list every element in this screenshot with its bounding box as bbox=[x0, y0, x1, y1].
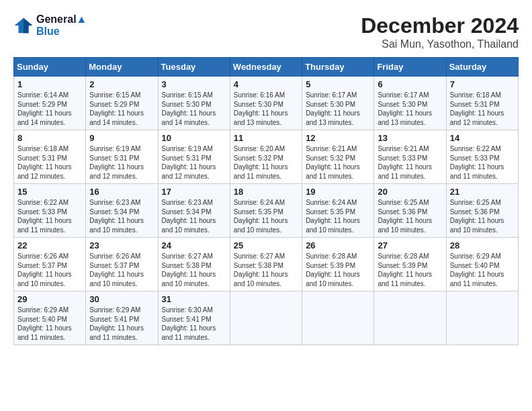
day-number: 12 bbox=[306, 133, 370, 143]
day-info: Sunrise: 6:24 AM Sunset: 5:35 PM Dayligh… bbox=[234, 198, 298, 234]
day-number: 20 bbox=[378, 187, 442, 197]
calendar-cell: 27 Sunrise: 6:28 AM Sunset: 5:39 PM Dayl… bbox=[374, 238, 446, 291]
calendar-cell bbox=[302, 291, 374, 345]
day-number: 7 bbox=[450, 79, 515, 89]
day-number: 9 bbox=[89, 133, 154, 143]
day-number: 28 bbox=[450, 240, 515, 250]
month-title: December 2024 bbox=[361, 13, 519, 38]
day-number: 11 bbox=[234, 133, 298, 143]
calendar-table: Sunday Monday Tuesday Wednesday Thursday… bbox=[13, 57, 519, 345]
logo-text: General▲ Blue bbox=[36, 13, 87, 38]
location-title: Sai Mun, Yasothon, Thailand bbox=[361, 38, 519, 50]
day-number: 17 bbox=[162, 187, 226, 197]
day-number: 13 bbox=[378, 133, 442, 143]
day-number: 21 bbox=[450, 187, 515, 197]
calendar-cell bbox=[446, 291, 518, 345]
day-info: Sunrise: 6:21 AM Sunset: 5:32 PM Dayligh… bbox=[306, 144, 370, 181]
calendar-cell: 12 Sunrise: 6:21 AM Sunset: 5:32 PM Dayl… bbox=[302, 130, 374, 184]
day-number: 19 bbox=[306, 187, 370, 197]
calendar-cell bbox=[230, 291, 302, 345]
day-info: Sunrise: 6:22 AM Sunset: 5:33 PM Dayligh… bbox=[17, 198, 82, 234]
header-monday: Monday bbox=[86, 58, 158, 77]
calendar-cell: 26 Sunrise: 6:28 AM Sunset: 5:39 PM Dayl… bbox=[302, 238, 374, 291]
day-number: 26 bbox=[306, 240, 370, 250]
day-number: 1 bbox=[17, 79, 82, 89]
day-info: Sunrise: 6:28 AM Sunset: 5:39 PM Dayligh… bbox=[378, 252, 442, 288]
calendar-cell: 17 Sunrise: 6:23 AM Sunset: 5:34 PM Dayl… bbox=[158, 184, 230, 238]
logo: General▲ Blue bbox=[13, 13, 87, 38]
calendar-week-row: 1 Sunrise: 6:14 AM Sunset: 5:29 PM Dayli… bbox=[14, 77, 519, 130]
day-number: 25 bbox=[234, 240, 298, 250]
calendar-cell: 22 Sunrise: 6:26 AM Sunset: 5:37 PM Dayl… bbox=[14, 238, 86, 291]
day-info: Sunrise: 6:16 AM Sunset: 5:30 PM Dayligh… bbox=[234, 91, 298, 127]
calendar-cell: 6 Sunrise: 6:17 AM Sunset: 5:30 PM Dayli… bbox=[374, 77, 446, 130]
day-info: Sunrise: 6:23 AM Sunset: 5:34 PM Dayligh… bbox=[89, 198, 154, 234]
calendar-cell: 14 Sunrise: 6:22 AM Sunset: 5:33 PM Dayl… bbox=[446, 130, 518, 184]
calendar-cell: 5 Sunrise: 6:17 AM Sunset: 5:30 PM Dayli… bbox=[302, 77, 374, 130]
weekday-header-row: Sunday Monday Tuesday Wednesday Thursday… bbox=[14, 58, 519, 77]
header-friday: Friday bbox=[374, 58, 446, 77]
calendar-cell: 24 Sunrise: 6:27 AM Sunset: 5:38 PM Dayl… bbox=[158, 238, 230, 291]
day-info: Sunrise: 6:25 AM Sunset: 5:36 PM Dayligh… bbox=[378, 198, 442, 234]
day-number: 31 bbox=[162, 294, 226, 304]
day-number: 23 bbox=[89, 240, 154, 250]
calendar-cell: 11 Sunrise: 6:20 AM Sunset: 5:32 PM Dayl… bbox=[230, 130, 302, 184]
day-number: 3 bbox=[162, 79, 226, 89]
day-info: Sunrise: 6:29 AM Sunset: 5:41 PM Dayligh… bbox=[89, 306, 154, 342]
calendar-cell: 10 Sunrise: 6:19 AM Sunset: 5:31 PM Dayl… bbox=[158, 130, 230, 184]
header-wednesday: Wednesday bbox=[230, 58, 302, 77]
day-info: Sunrise: 6:29 AM Sunset: 5:40 PM Dayligh… bbox=[17, 306, 82, 342]
day-info: Sunrise: 6:19 AM Sunset: 5:31 PM Dayligh… bbox=[89, 144, 154, 181]
header-sunday: Sunday bbox=[14, 58, 86, 77]
day-info: Sunrise: 6:28 AM Sunset: 5:39 PM Dayligh… bbox=[306, 252, 370, 288]
day-number: 4 bbox=[234, 79, 298, 89]
day-info: Sunrise: 6:15 AM Sunset: 5:30 PM Dayligh… bbox=[162, 91, 226, 127]
day-info: Sunrise: 6:30 AM Sunset: 5:41 PM Dayligh… bbox=[162, 306, 226, 342]
day-info: Sunrise: 6:29 AM Sunset: 5:40 PM Dayligh… bbox=[450, 252, 515, 288]
day-info: Sunrise: 6:21 AM Sunset: 5:33 PM Dayligh… bbox=[378, 144, 442, 181]
calendar-cell: 31 Sunrise: 6:30 AM Sunset: 5:41 PM Dayl… bbox=[158, 291, 230, 345]
day-info: Sunrise: 6:14 AM Sunset: 5:29 PM Dayligh… bbox=[17, 91, 82, 127]
header-saturday: Saturday bbox=[446, 58, 518, 77]
day-info: Sunrise: 6:19 AM Sunset: 5:31 PM Dayligh… bbox=[162, 144, 226, 181]
calendar-cell: 8 Sunrise: 6:18 AM Sunset: 5:31 PM Dayli… bbox=[14, 130, 86, 184]
calendar-cell: 23 Sunrise: 6:26 AM Sunset: 5:37 PM Dayl… bbox=[86, 238, 158, 291]
day-info: Sunrise: 6:17 AM Sunset: 5:30 PM Dayligh… bbox=[378, 91, 442, 127]
day-info: Sunrise: 6:18 AM Sunset: 5:31 PM Dayligh… bbox=[450, 91, 515, 127]
calendar-cell: 15 Sunrise: 6:22 AM Sunset: 5:33 PM Dayl… bbox=[14, 184, 86, 238]
calendar-cell: 20 Sunrise: 6:25 AM Sunset: 5:36 PM Dayl… bbox=[374, 184, 446, 238]
calendar-cell: 29 Sunrise: 6:29 AM Sunset: 5:40 PM Dayl… bbox=[14, 291, 86, 345]
day-info: Sunrise: 6:26 AM Sunset: 5:37 PM Dayligh… bbox=[17, 252, 82, 288]
day-number: 2 bbox=[89, 79, 154, 89]
calendar-cell: 25 Sunrise: 6:27 AM Sunset: 5:38 PM Dayl… bbox=[230, 238, 302, 291]
header-tuesday: Tuesday bbox=[158, 58, 230, 77]
day-number: 30 bbox=[89, 294, 154, 304]
day-info: Sunrise: 6:26 AM Sunset: 5:37 PM Dayligh… bbox=[89, 252, 154, 288]
calendar-cell: 4 Sunrise: 6:16 AM Sunset: 5:30 PM Dayli… bbox=[230, 77, 302, 130]
day-info: Sunrise: 6:22 AM Sunset: 5:33 PM Dayligh… bbox=[450, 144, 515, 181]
day-info: Sunrise: 6:20 AM Sunset: 5:32 PM Dayligh… bbox=[234, 144, 298, 181]
day-number: 22 bbox=[17, 240, 82, 250]
calendar-cell: 3 Sunrise: 6:15 AM Sunset: 5:30 PM Dayli… bbox=[158, 77, 230, 130]
day-info: Sunrise: 6:24 AM Sunset: 5:35 PM Dayligh… bbox=[306, 198, 370, 234]
calendar-week-row: 15 Sunrise: 6:22 AM Sunset: 5:33 PM Dayl… bbox=[14, 184, 519, 238]
calendar-cell: 30 Sunrise: 6:29 AM Sunset: 5:41 PM Dayl… bbox=[86, 291, 158, 345]
calendar-cell: 21 Sunrise: 6:25 AM Sunset: 5:36 PM Dayl… bbox=[446, 184, 518, 238]
day-number: 16 bbox=[89, 187, 154, 197]
day-number: 15 bbox=[17, 187, 82, 197]
day-info: Sunrise: 6:15 AM Sunset: 5:29 PM Dayligh… bbox=[89, 91, 154, 127]
day-number: 8 bbox=[17, 133, 82, 143]
title-area: December 2024 Sai Mun, Yasothon, Thailan… bbox=[361, 13, 519, 50]
day-number: 18 bbox=[234, 187, 298, 197]
calendar-cell: 18 Sunrise: 6:24 AM Sunset: 5:35 PM Dayl… bbox=[230, 184, 302, 238]
day-info: Sunrise: 6:17 AM Sunset: 5:30 PM Dayligh… bbox=[306, 91, 370, 127]
calendar-week-row: 8 Sunrise: 6:18 AM Sunset: 5:31 PM Dayli… bbox=[14, 130, 519, 184]
day-number: 24 bbox=[162, 240, 226, 250]
calendar-cell: 28 Sunrise: 6:29 AM Sunset: 5:40 PM Dayl… bbox=[446, 238, 518, 291]
calendar-cell: 1 Sunrise: 6:14 AM Sunset: 5:29 PM Dayli… bbox=[14, 77, 86, 130]
day-number: 10 bbox=[162, 133, 226, 143]
header-thursday: Thursday bbox=[302, 58, 374, 77]
day-info: Sunrise: 6:27 AM Sunset: 5:38 PM Dayligh… bbox=[234, 252, 298, 288]
calendar-body: 1 Sunrise: 6:14 AM Sunset: 5:29 PM Dayli… bbox=[14, 77, 519, 345]
calendar-cell: 2 Sunrise: 6:15 AM Sunset: 5:29 PM Dayli… bbox=[86, 77, 158, 130]
